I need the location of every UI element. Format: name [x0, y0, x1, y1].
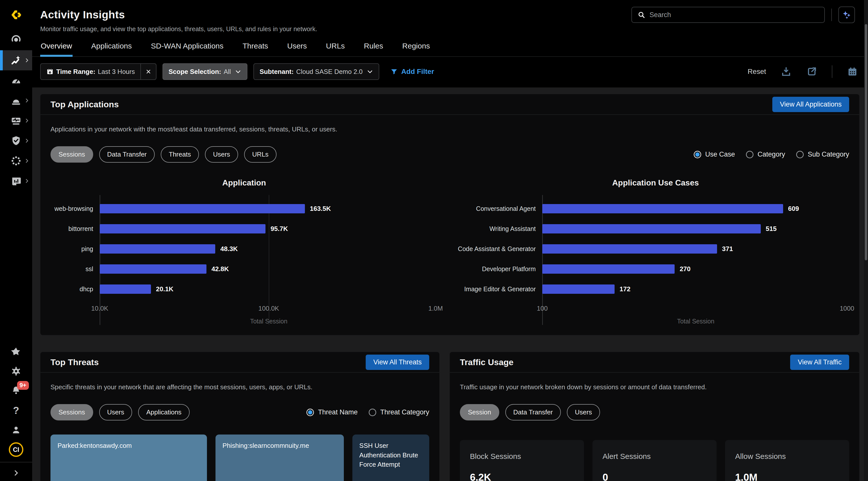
treemap-block-ssh-user-authentication-brute-force-attempt[interactable]: SSH User Authentication Brute Force Atte… [352, 434, 429, 481]
tenant-switcher[interactable]: CI [0, 440, 32, 459]
time-range-chip-main[interactable]: Time Range: Last 3 Hours [41, 64, 141, 80]
stat-value: 0 [602, 472, 707, 481]
radio-threat-category[interactable]: Threat Category [369, 409, 429, 416]
scrollbar-thumb[interactable] [865, 24, 867, 260]
page-scrollbar[interactable] [864, 0, 868, 481]
tab-sd-wan-applications[interactable]: SD-WAN Applications [150, 39, 224, 56]
bar-value-label: 20.1K [156, 285, 173, 293]
pill-urls[interactable]: URLs [244, 146, 277, 162]
scope-chip-main[interactable]: Scope Selection: All [163, 64, 247, 80]
radio-category[interactable]: Category [746, 151, 785, 158]
user-profile-button[interactable] [0, 420, 32, 440]
bar-code-assistant-generator[interactable] [542, 244, 717, 253]
pill-users[interactable]: Users [567, 404, 600, 420]
sidebar-item-incidents-alerts[interactable] [0, 90, 32, 111]
scope-value: All [223, 68, 231, 76]
chevron-right-icon [24, 118, 30, 123]
radio-sub-category[interactable]: Sub Category [796, 151, 849, 158]
radio-use-case[interactable]: Use Case [694, 151, 735, 158]
tab-urls[interactable]: URLs [326, 39, 345, 56]
header-divider [831, 8, 832, 21]
pill-data-transfer[interactable]: Data Transfer [99, 146, 155, 162]
sidebar-item-discovery[interactable] [0, 151, 32, 171]
tab-rules[interactable]: Rules [364, 39, 384, 56]
treemap-block-phishing[interactable]: Phishing:slearncommnuity.me [216, 434, 344, 481]
card-title: Traffic Usage [460, 357, 514, 367]
tab-threats[interactable]: Threats [242, 39, 269, 56]
pill-data-transfer[interactable]: Data Transfer [505, 404, 561, 420]
pill-users[interactable]: Users [205, 146, 238, 162]
pill-sessions[interactable]: Sessions [51, 146, 93, 162]
traffic-usage-controls: SessionData TransferUsers [460, 404, 849, 420]
subtenant-chip[interactable]: Subtenant: Cloud SASE Demo 2.0 [253, 63, 379, 80]
threats-treemap: Parked:kentonsawdy.comPhishing:slearncom… [51, 434, 429, 481]
treemap-block-parked[interactable]: Parked:kentonsawdy.com [51, 434, 207, 481]
radio-dot [796, 151, 804, 158]
scope-selection-chip[interactable]: Scope Selection: All [162, 63, 247, 80]
bar-ssl[interactable] [100, 264, 207, 274]
view-all-traffic-button[interactable]: View All Traffic [790, 355, 849, 370]
subtenant-chip-main[interactable]: Subtenant: Cloud SASE Demo 2.0 [254, 64, 378, 80]
help-button[interactable]: ? [0, 400, 32, 420]
favorites-button[interactable] [0, 342, 32, 361]
chart-title: Application [51, 178, 438, 187]
time-range-filter-chip[interactable]: Time Range: Last 3 Hours [40, 63, 156, 80]
bar-ping[interactable] [100, 244, 215, 253]
tab-regions[interactable]: Regions [402, 39, 431, 56]
settings-button[interactable] [0, 361, 32, 381]
tab-users[interactable]: Users [287, 39, 307, 56]
chevron-right-icon [24, 178, 30, 184]
card-description: Specific threats in your network that ar… [51, 383, 429, 391]
sidebar-item-security-posture[interactable] [0, 131, 32, 151]
view-all-threats-button[interactable]: View All Threats [366, 355, 429, 370]
bar-dhcp[interactable] [100, 284, 151, 294]
reset-button[interactable]: Reset [748, 68, 766, 76]
pill-session[interactable]: Session [460, 404, 499, 420]
bar-conversational-agent[interactable] [542, 204, 783, 213]
bar-developer-platform[interactable] [542, 264, 675, 274]
category-label: Conversational Agent [462, 199, 542, 219]
tab-overview[interactable]: Overview [40, 39, 72, 56]
add-filter-button[interactable]: Add Filter [390, 68, 434, 76]
download-button[interactable] [781, 66, 792, 77]
radio-threat-name[interactable]: Threat Name [306, 409, 358, 416]
sidebar-item-activity-insights[interactable] [0, 50, 32, 70]
treemap-label: SSH User Authentication Brute Force Atte… [360, 441, 422, 470]
radio-dot [306, 409, 314, 416]
stat-label: Alert Sessions [602, 452, 707, 461]
search-box[interactable] [631, 7, 825, 23]
view-all-applications-button[interactable]: View All Applications [772, 97, 849, 112]
schedule-button[interactable] [847, 66, 858, 77]
question-mark-icon: ? [13, 405, 19, 416]
bar-writing-assistant[interactable] [542, 224, 761, 234]
workflow-pulse-icon [10, 115, 22, 126]
tab-bar: OverviewApplicationsSD-WAN ApplicationsT… [32, 39, 868, 57]
radio-dot [369, 409, 376, 416]
calendar-clock-icon [46, 68, 54, 76]
pill-applications[interactable]: Applications [138, 404, 189, 420]
star-icon [11, 346, 21, 357]
remove-time-range-button[interactable] [141, 64, 156, 80]
sidebar-item-workflows[interactable] [0, 111, 32, 131]
share-button[interactable] [806, 66, 817, 77]
ai-copilot-button[interactable] [838, 6, 855, 23]
sidebar-item-device-insights[interactable] [0, 171, 32, 191]
bar-web-browsing[interactable] [100, 204, 305, 213]
search-input[interactable] [650, 11, 819, 19]
sidebar-item-command-center[interactable] [0, 30, 32, 50]
pill-sessions[interactable]: Sessions [51, 404, 93, 420]
axis-tick-label: 10.0K [91, 305, 108, 312]
chevron-down-icon [367, 68, 373, 75]
bar-value-label: 371 [722, 245, 733, 253]
chevron-right-icon [24, 58, 30, 63]
card-description: Traffic usage in your network broken dow… [460, 383, 849, 391]
tab-applications[interactable]: Applications [91, 39, 132, 56]
bar-image-editor-generator[interactable] [542, 284, 615, 294]
pill-threats[interactable]: Threats [161, 146, 199, 162]
notifications-button[interactable]: 9+ [0, 381, 32, 400]
bar-bittorrent[interactable] [100, 224, 266, 234]
sidebar-item-dashboards[interactable] [0, 70, 32, 90]
brand-logo[interactable] [0, 0, 32, 30]
pill-users[interactable]: Users [99, 404, 132, 420]
expand-sidebar-button[interactable] [0, 465, 32, 481]
